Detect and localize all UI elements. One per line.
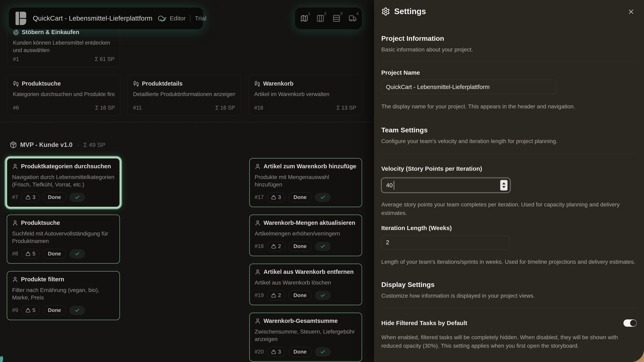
- weight-badge[interactable]: 2: [267, 290, 285, 300]
- story-title: Produkte filtern: [21, 276, 64, 283]
- story-title: Warenkorb-Gesamtsumme: [264, 318, 338, 324]
- story-id: #18: [255, 243, 264, 249]
- epic-description: Kunden können Lebensmittel entdecken und…: [13, 39, 114, 54]
- weight-badge[interactable]: 5: [21, 249, 40, 259]
- check-icon: [74, 251, 80, 256]
- story-description: Suchfeld mit Autovervollständigung für P…: [12, 230, 114, 245]
- status-badge[interactable]: Done: [43, 249, 66, 259]
- weight-icon: [271, 195, 276, 200]
- weight-badge[interactable]: 3: [267, 347, 285, 357]
- complete-toggle[interactable]: [315, 242, 331, 251]
- divider: [381, 62, 637, 62]
- weight-badge[interactable]: 3: [267, 192, 285, 202]
- project-title: QuickCart - Lebensmittel-Lieferplattform: [33, 15, 152, 22]
- complete-toggle[interactable]: [69, 193, 85, 202]
- story-id: #20: [255, 349, 264, 355]
- story-column-left: Produktkategorien durchsuchen Navigation…: [7, 158, 120, 320]
- journey-card[interactable]: Produktsuche Kategorien durchsuchen und …: [8, 75, 120, 116]
- story-id: #7: [12, 194, 18, 200]
- app-logo[interactable]: [16, 12, 28, 25]
- story-card[interactable]: Warenkorb-Gesamtsumme Zwischensumme, Ste…: [249, 312, 362, 362]
- iteration-length-input[interactable]: [381, 235, 509, 250]
- check-icon: [74, 308, 80, 313]
- journey-id: #11: [133, 105, 142, 111]
- package-icon: [10, 141, 17, 149]
- mascot-peek: [0, 355, 4, 362]
- story-card[interactable]: Artikel aus Warenkorb entfernen Artikel …: [249, 263, 362, 305]
- settings-panel: Settings Project Information Basic infor…: [374, 0, 644, 362]
- journey-card[interactable]: Produktdetails Detaillierte Produktinfor…: [128, 75, 240, 116]
- team-settings-heading: Team Settings: [381, 126, 637, 134]
- status-badge[interactable]: Done: [288, 192, 312, 202]
- story-card[interactable]: Artikel zum Warenkorb hinzufügen Produkt…: [249, 158, 362, 207]
- project-information-subtitle: Basic information about your project.: [381, 47, 637, 53]
- journey-title: Produktsuche: [22, 80, 61, 87]
- story-id: #17: [255, 194, 264, 200]
- user-icon: [12, 276, 18, 282]
- stepper-down-icon[interactable]: [502, 186, 506, 188]
- hide-filtered-row: Hide Filtered Tasks by Default: [381, 319, 637, 327]
- complete-toggle[interactable]: [69, 306, 85, 315]
- status-badge[interactable]: Done: [288, 241, 312, 251]
- view-truck-button[interactable]: 4: [348, 14, 357, 23]
- stepper-up-icon[interactable]: [502, 182, 506, 184]
- story-title: Artikel zum Warenkorb hinzufügen: [264, 163, 357, 170]
- journey-id: #6: [13, 105, 19, 111]
- text-cursor: [394, 181, 394, 190]
- number-stepper[interactable]: [500, 180, 508, 190]
- status-badge[interactable]: Done: [288, 347, 312, 357]
- user-icon: [255, 269, 261, 275]
- journey-card[interactable]: Warenkorb Artikel im Warenkorb verwalten…: [249, 75, 362, 116]
- check-icon: [74, 195, 80, 200]
- section-divider: [0, 122, 374, 122]
- toggle-knob: [630, 320, 636, 326]
- view-columns-button[interactable]: 2: [316, 14, 324, 23]
- weight-icon: [271, 244, 276, 249]
- status-badge[interactable]: Done: [288, 290, 312, 300]
- complete-toggle[interactable]: [315, 347, 331, 356]
- story-card[interactable]: Produktkategorien durchsuchen Navigation…: [7, 158, 120, 207]
- user-icon: [12, 163, 18, 170]
- story-id: #19: [255, 292, 264, 298]
- footprints-icon: [13, 81, 19, 87]
- story-card[interactable]: Produktsuche Suchfeld mit Autovervollstä…: [7, 214, 120, 264]
- weight-badge[interactable]: 5: [21, 305, 40, 315]
- epic-card[interactable]: Stöbern & Einkaufen Kunden können Lebens…: [8, 24, 120, 67]
- weight-badge[interactable]: 2: [267, 241, 285, 251]
- complete-toggle[interactable]: [315, 193, 331, 202]
- hide-filtered-toggle[interactable]: [624, 319, 637, 327]
- close-icon: [628, 8, 635, 15]
- user-icon: [255, 220, 261, 226]
- story-card[interactable]: Warenkorb-Mengen aktualisieren Artikelme…: [249, 214, 362, 256]
- complete-toggle[interactable]: [315, 291, 331, 300]
- story-card[interactable]: Produkte filtern Filter nach Ernährung (…: [7, 271, 120, 320]
- view-map-button[interactable]: 1: [300, 14, 308, 23]
- journey-card-partial[interactable]: [370, 75, 374, 116]
- weight-icon: [271, 349, 276, 354]
- status-badge[interactable]: Done: [43, 192, 66, 202]
- columns-icon: [316, 14, 324, 23]
- rows-icon: [332, 14, 340, 23]
- release-header[interactable]: MVP - Kunde v1.0 · Σ 49 SP: [10, 141, 105, 149]
- project-name-input[interactable]: [381, 80, 557, 94]
- trial-label[interactable]: Trial: [195, 15, 206, 22]
- epic-id: #1: [13, 56, 19, 62]
- view-rows-button[interactable]: 3: [332, 14, 340, 23]
- journey-points: Σ 16 SP: [95, 105, 115, 111]
- project-name-label: Project Name: [381, 69, 637, 76]
- close-button[interactable]: [628, 8, 635, 15]
- map-icon: [300, 14, 308, 23]
- epic-points: Σ 61 SP: [95, 56, 114, 62]
- complete-toggle[interactable]: [69, 249, 85, 258]
- journey-points: Σ 13 SP: [336, 105, 356, 111]
- journey-description: Detaillierte Produktinformationen anzeig…: [133, 91, 235, 98]
- velocity-input[interactable]: [381, 178, 510, 193]
- check-icon: [320, 195, 326, 200]
- status-badge[interactable]: Done: [43, 305, 66, 315]
- journey-description: Artikel im Warenkorb verwalten: [254, 91, 356, 98]
- storyboard-canvas[interactable]: Stöbern & Einkaufen Kunden können Lebens…: [0, 0, 374, 362]
- view-switcher: 1 2 3 4: [295, 7, 362, 30]
- weight-badge[interactable]: 3: [21, 192, 40, 202]
- story-description: Artikelmengen erhöhen/verringern: [255, 230, 357, 237]
- hide-filtered-label: Hide Filtered Tasks by Default: [381, 320, 467, 326]
